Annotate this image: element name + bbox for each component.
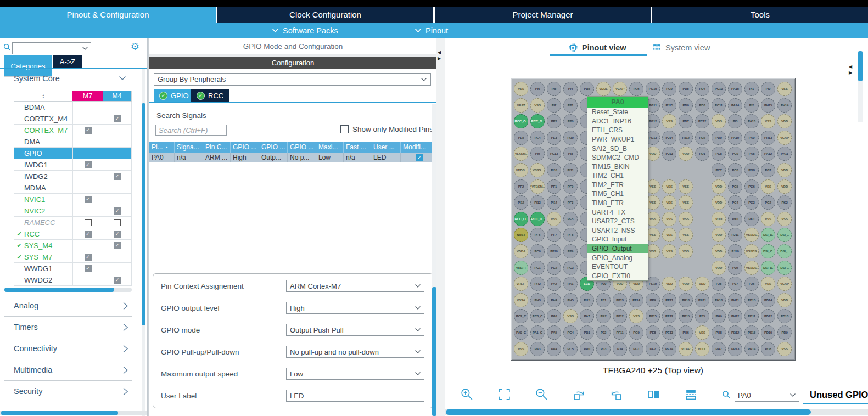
pin-ball-vfbsm[interactable]: VFBSM. (530, 179, 545, 194)
pin-ball-pd10[interactable]: PD10 (761, 325, 775, 340)
pin-ball-pi4[interactable]: PI4 (563, 82, 578, 96)
checkbox-checked[interactable]: ✓ (85, 127, 92, 134)
pin-ball-nrst[interactable]: NRST (514, 228, 528, 242)
pinout-menu[interactable]: Pinout (415, 23, 448, 38)
column-header-m7[interactable]: M7 (72, 91, 103, 101)
pin-ball-pb11[interactable]: PB11 (695, 293, 709, 307)
column-header-fast[interactable]: Fast ... (344, 142, 371, 153)
pin-ball-pd5[interactable]: PD5 (679, 82, 693, 96)
system-core-header[interactable]: System Core (0, 72, 132, 87)
pin-ball-pi9[interactable]: PI9 (530, 147, 545, 161)
pin-ball-pd3[interactable]: PD3 (695, 98, 709, 113)
pin-ball-pa15[interactable]: PA15 (728, 82, 742, 96)
sidebar-search-combobox[interactable] (12, 42, 91, 54)
category-timers[interactable]: Timers (4, 317, 132, 338)
pin-ball-pc1[interactable]: PC1 (530, 261, 545, 275)
pin-ball-pe0[interactable]: PE0 (563, 114, 578, 128)
column-header-modifi[interactable]: Modifi... (401, 142, 436, 153)
pin-ball-pd9[interactable]: PD9 (777, 325, 792, 340)
pin-ball-pf14[interactable]: PF14 (629, 293, 643, 307)
pin-ball-pk1[interactable]: PK1 (744, 212, 759, 226)
column-header-signa[interactable]: Signa... (175, 142, 203, 153)
pin-ball-vdd[interactable]: VDD (712, 228, 726, 242)
menu-item-reset-state[interactable]: Reset_State (587, 108, 648, 117)
pin-ball-pa8[interactable]: PA8 (744, 147, 759, 161)
menu-item-gpio-exti0[interactable]: GPIO_EXTI0 (587, 271, 648, 280)
pin-ball-ph14[interactable]: PH14 (777, 98, 792, 113)
pin-ball-dsi-d[interactable]: DSI_D. (761, 228, 775, 242)
pin-ball-pj11[interactable]: PJ11 (728, 228, 742, 242)
pin-ball-pf5[interactable]: PF5 (563, 212, 578, 226)
pin-ball-pa2[interactable]: PA2 (547, 277, 561, 291)
pin-ball-pc6[interactable]: PC6 (728, 163, 742, 177)
pin-ball-pb13[interactable]: PB13 (728, 342, 742, 356)
pin-ball-pi6[interactable]: PI6 (530, 82, 545, 96)
pin-ball-ph11[interactable]: PH11 (728, 293, 742, 307)
pin-ball-vcap[interactable]: VCAP (777, 131, 792, 145)
pin-ball-pj5[interactable]: PJ5 (695, 309, 709, 323)
pin-ball-ph3[interactable]: PH3 (530, 293, 545, 307)
sort-toggle[interactable]: ▲ ▼ (14, 91, 72, 101)
pin-ball-pd6[interactable]: PD6 (679, 98, 693, 113)
pin-ball-vdda[interactable]: VDDA (514, 244, 528, 258)
pin-ball-pc3[interactable]: PC3 (563, 261, 578, 275)
menu-item-tim2-ch1[interactable]: TIM2_CH1 (587, 171, 648, 181)
field-gpio-output-level-select[interactable]: High (286, 302, 424, 314)
menu-item-tim15-bkin[interactable]: TIM15_BKIN (587, 162, 648, 171)
software-packs-menu[interactable]: Software Packs (272, 23, 338, 38)
column-header-gpio[interactable]: GPIO ... (288, 142, 316, 153)
pin-ball-pf10[interactable]: PF10 (547, 244, 561, 258)
scrollbar-thumb[interactable] (858, 51, 863, 81)
scrollbar-thumb[interactable] (4, 288, 114, 292)
pin-ball-vss[interactable]: VSS (662, 212, 676, 226)
peripheral-row-gpio[interactable]: GPIO (14, 148, 132, 159)
pin-ball-pb12[interactable]: PB12 (728, 325, 742, 340)
pin-ball-pc2[interactable]: PC2 (547, 261, 561, 275)
column-header-pin-c[interactable]: Pin C... (203, 142, 231, 153)
pin-ball-pg0[interactable]: PG0 (629, 325, 643, 340)
pin-ball-pi5[interactable]: PI5 (547, 82, 561, 96)
pin-ball-pa11[interactable]: PA11 (777, 147, 792, 161)
pin-search-combobox[interactable] (735, 389, 799, 402)
pin-ball-pd4[interactable]: PD4 (695, 82, 709, 96)
checkbox-checked[interactable]: ✓ (114, 277, 121, 284)
menu-item-adc1-inp16[interactable]: ADC1_INP16 (587, 117, 648, 126)
pin-ball-vss[interactable]: VSS (679, 228, 693, 242)
menu-item-gpio-input[interactable]: GPIO_Input (587, 235, 648, 244)
pin-search-input[interactable] (735, 391, 789, 400)
pin-ball-vss[interactable]: VSS (679, 244, 693, 258)
pin-ball-vref[interactable]: VREF- (514, 277, 528, 291)
pin-ball-pa14[interactable]: PA14 (728, 98, 742, 113)
peripheral-row-sys-m4[interactable]: ✔SYS_M4✓ (14, 240, 132, 251)
menu-item-tim2-etr[interactable]: TIM2_ETR (587, 181, 648, 190)
pin-ball-pg4[interactable]: PG4 (728, 195, 742, 210)
pin-ball-pj14[interactable]: PJ14 (662, 131, 676, 145)
pin-ball-pa5[interactable]: PA5 (547, 325, 561, 340)
pin-ball-ph12[interactable]: PH12 (728, 309, 742, 323)
pin-ball-vss[interactable]: VSS (662, 244, 676, 258)
pin-ball-vcap[interactable]: VCAP (613, 82, 627, 96)
pin-ball-pf8[interactable]: PF8 (563, 228, 578, 242)
pin-ball-pb0[interactable]: PB0 (580, 342, 594, 356)
pin-ball-pf11[interactable]: PF11 (613, 325, 627, 340)
checkbox-checked[interactable]: ✓ (85, 265, 92, 272)
pin-ball-pe13[interactable]: PE13 (662, 325, 676, 340)
pin-ball-pd0[interactable]: PD0 (712, 131, 726, 145)
field-gpio-pull-up-pull-down-select[interactable]: No pull-up and no pull-down (286, 346, 424, 358)
checkbox-checked[interactable]: ✓ (85, 196, 92, 203)
pin-ball-vss[interactable]: VSS (530, 98, 545, 113)
pin-ball-pc2-c[interactable]: PC2_C (514, 309, 528, 323)
collapse-left-icon[interactable]: ◀ (849, 65, 852, 69)
pin-ball-pc4[interactable]: PC4 (563, 325, 578, 340)
pin-ball-vref[interactable]: VREF+ (514, 261, 528, 275)
tab-pinout-view[interactable]: Pinout view (568, 42, 626, 54)
pin-ball-pg6[interactable]: PG6 (744, 179, 759, 194)
peripheral-row-bdma[interactable]: BDMA (14, 102, 132, 113)
pin-ball-vss[interactable]: VSS (679, 195, 693, 210)
pin-ball-pg8[interactable]: PG8 (744, 163, 759, 177)
pin-ball-vss[interactable]: VSS (514, 342, 528, 356)
pin-ball-vss[interactable]: VSS (662, 114, 676, 128)
peripheral-row-wwdg2[interactable]: WWDG2✓ (14, 274, 132, 286)
pin-ball-pe11[interactable]: PE11 (662, 293, 676, 307)
pin-ball-vdd[interactable]: VDD (777, 293, 792, 307)
